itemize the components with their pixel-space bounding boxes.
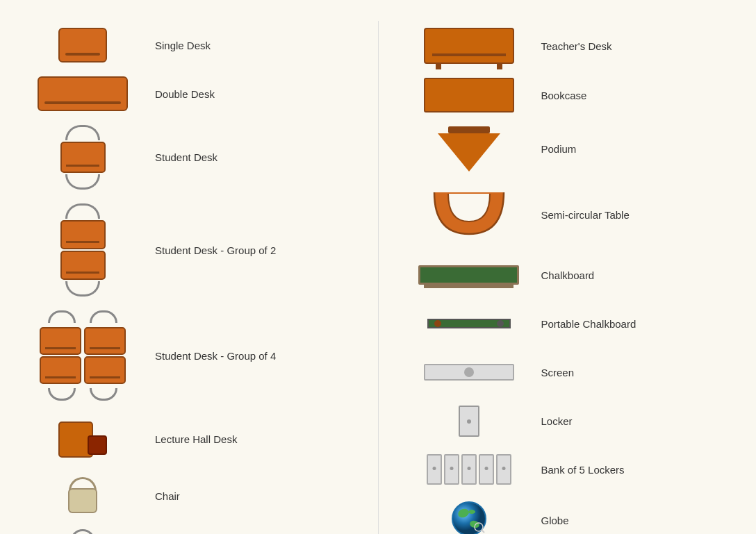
- locker-unit: [461, 454, 477, 485]
- semicircle-icon-area: [413, 185, 525, 244]
- screen-icon-area: [413, 364, 525, 381]
- sdg4-icon-area: [27, 310, 138, 401]
- double-desk-label: Double Desk: [155, 88, 215, 100]
- chair-arc-bottom: [65, 281, 100, 297]
- list-item: Globe: [413, 494, 730, 534]
- chair-label: Chair: [155, 490, 180, 502]
- curved-back-chair-icon: [65, 529, 100, 534]
- teachers-desk-icon-area: [413, 28, 525, 64]
- sdg4-label: Student Desk - Group of 4: [155, 350, 276, 362]
- list-item: Chair: [27, 470, 343, 522]
- list-item: Double Desk: [27, 69, 343, 118]
- screen-label: Screen: [541, 367, 575, 378]
- desk-unit: [40, 356, 81, 384]
- list-item: Locker: [413, 397, 730, 445]
- chalkboard-icon-area: [413, 265, 525, 285]
- teachers-desk-line: [432, 53, 506, 56]
- single-desk-label: Single Desk: [155, 40, 211, 51]
- sdg2-desks: [60, 220, 106, 280]
- chalkboard-icon: [418, 265, 519, 285]
- chair-arc-top: [65, 203, 100, 219]
- teachers-desk-label: Teacher's Desk: [541, 40, 612, 52]
- sdg2-icon: [60, 203, 106, 297]
- sdg4-bottom-row: [40, 356, 126, 384]
- globe-icon-area: [413, 501, 525, 534]
- chair-arc-bottom: [90, 388, 117, 401]
- desk-unit: [60, 220, 106, 249]
- podium-body: [438, 133, 500, 172]
- left-column: Single Desk Double Desk Student Desk: [27, 21, 343, 534]
- locker-icon: [459, 406, 479, 437]
- list-item: Student Desk - Group of 2: [27, 197, 343, 303]
- svg-line-5: [482, 530, 484, 533]
- teachers-desk-body: [424, 28, 514, 64]
- locker-unit: [496, 454, 511, 485]
- portable-chalkboard-icon: [427, 319, 511, 328]
- single-desk-icon-area: [27, 28, 138, 62]
- locker-unit: [444, 454, 459, 485]
- desk-unit: [60, 251, 106, 280]
- chair-arc-bottom: [48, 388, 76, 401]
- desk-unit: [40, 327, 81, 355]
- locker-unit: [479, 454, 494, 485]
- portable-chalkboard-label: Portable Chalkboard: [541, 318, 636, 330]
- student-desk-body: [60, 142, 106, 173]
- locker-label: Locker: [541, 415, 573, 427]
- list-item: Teacher's Desk: [413, 21, 730, 71]
- locker-unit: [427, 454, 442, 485]
- list-item: Chalkboard: [413, 251, 730, 299]
- bank-of-5-lockers-icon: [427, 454, 511, 485]
- list-item: Portable Chalkboard: [413, 299, 730, 348]
- chair-icon-area: [27, 477, 138, 515]
- single-desk-icon: [58, 28, 107, 62]
- curved-chair-icon-area: [27, 529, 138, 534]
- bookcase-label: Bookcase: [541, 90, 587, 101]
- student-desk-icon: [60, 125, 106, 190]
- portable-chalkboard-icon-area: [413, 319, 525, 328]
- sdg2-label: Student Desk - Group of 2: [155, 244, 276, 256]
- right-column: Teacher's Desk Bookcase Podium: [413, 21, 730, 534]
- list-item: Student Desk - Group of 4: [27, 303, 343, 408]
- svg-point-3: [468, 510, 475, 514]
- chair-arc-top: [65, 125, 100, 140]
- desk-unit: [84, 327, 126, 355]
- globe-label: Globe: [541, 515, 569, 526]
- screen-icon: [424, 364, 514, 381]
- chair-arc-top: [90, 310, 117, 323]
- student-desk-label: Student Desk: [155, 151, 217, 163]
- list-item: Podium: [413, 119, 730, 178]
- main-container: Single Desk Double Desk Student Desk: [13, 0, 743, 534]
- lecture-desk-icon-area: [27, 415, 138, 463]
- double-desk-icon: [38, 76, 128, 111]
- bookcase-icon-area: [413, 78, 525, 112]
- chalkboard-label: Chalkboard: [541, 269, 595, 281]
- student-desk-icon-area: [27, 125, 138, 190]
- list-item: Bank of 5 Lockers: [413, 445, 730, 494]
- svg-point-0: [452, 502, 486, 534]
- lecture-desk-label: Lecture Hall Desk: [155, 433, 237, 445]
- chair-arc-top: [48, 310, 76, 323]
- chair-arc-bottom: [65, 174, 100, 190]
- list-item: Student Desk: [27, 118, 343, 197]
- podium-label: Podium: [541, 143, 577, 155]
- globe-icon: [451, 501, 487, 534]
- list-item: Single Desk: [27, 21, 343, 69]
- desk-unit: [84, 356, 126, 384]
- sdg4-top-row: [40, 327, 126, 355]
- list-item: Lecture Hall Desk: [27, 408, 343, 470]
- semicircle-label: Semi-circular Table: [541, 209, 630, 221]
- sdg2-icon-area: [27, 203, 138, 297]
- chair-icon: [65, 477, 100, 515]
- bookcase-icon: [424, 78, 514, 112]
- lecture-desk-icon: [58, 415, 107, 463]
- list-item: Bookcase: [413, 71, 730, 119]
- bank-lockers-label: Bank of 5 Lockers: [541, 464, 625, 476]
- list-item: Curved Back Chair: [27, 522, 343, 534]
- podium-icon-area: [413, 126, 525, 172]
- podium-top: [448, 126, 490, 133]
- double-desk-icon-area: [27, 76, 138, 111]
- bank-lockers-icon-area: [413, 454, 525, 485]
- column-divider: [378, 21, 379, 534]
- locker-icon-area: [413, 406, 525, 437]
- list-item: Semi-circular Table: [413, 178, 730, 251]
